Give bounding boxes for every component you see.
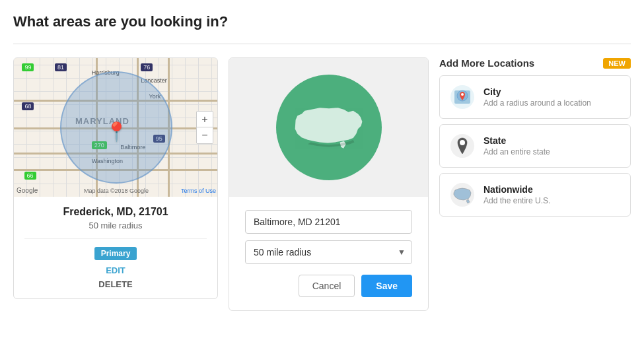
location-name: Frederick, MD, 21701 — [24, 206, 207, 218]
panel-header: Add More Locations NEW — [439, 57, 631, 69]
state-option-desc: Add an entire state — [483, 147, 621, 156]
state-pin-icon — [449, 133, 476, 159]
add-location-card: 50 mile radius 10 mile radius 25 mile ra… — [229, 57, 429, 311]
road — [14, 100, 218, 102]
state-option[interactable]: State Add an entire state — [439, 124, 631, 168]
state-option-text: State Add an entire state — [483, 135, 621, 156]
map-route: 99 — [22, 63, 34, 71]
map-route: 81 — [55, 63, 67, 71]
page-title: What areas are you looking in? — [13, 13, 631, 30]
location-radius: 50 mile radius — [24, 221, 207, 230]
city-map-icon — [449, 84, 476, 110]
map-city-label: Harrisburg — [92, 69, 120, 76]
card-divider — [24, 238, 207, 239]
map-pin: 📍 — [105, 121, 128, 143]
location-input[interactable] — [245, 210, 412, 234]
map-route: 66 — [24, 172, 36, 180]
map-route: 270 — [92, 141, 107, 149]
primary-badge: Primary — [94, 247, 137, 260]
delete-link[interactable]: DELETE — [24, 279, 207, 289]
map-zoom-controls: + − — [196, 111, 213, 144]
map-terms-label: Terms of Use — [181, 188, 216, 194]
road — [96, 58, 98, 197]
nationwide-icon-container — [449, 182, 476, 208]
road — [168, 58, 170, 197]
add-more-panel: Add More Locations NEW City Add a radius… — [439, 57, 631, 222]
road — [14, 169, 218, 171]
city-option-desc: Add a radius around a location — [483, 98, 621, 108]
add-form-section: 50 mile radius 10 mile radius 25 mile ra… — [229, 197, 428, 310]
road — [14, 153, 218, 155]
state-icon-container — [449, 133, 476, 159]
nationwide-map-icon — [449, 182, 476, 208]
main-layout: Harrisburg Lancaster York Baltimore Wash… — [13, 57, 631, 311]
road — [137, 58, 139, 197]
cancel-button[interactable]: Cancel — [299, 275, 355, 297]
zoom-in-button[interactable]: + — [197, 112, 213, 127]
radius-select-wrapper: 50 mile radius 10 mile radius 25 mile ra… — [245, 240, 412, 264]
google-label: Google — [17, 187, 38, 194]
nationwide-option-desc: Add the entire U.S. — [483, 196, 621, 205]
svg-point-3 — [461, 93, 464, 96]
state-option-title: State — [483, 135, 621, 146]
map-route: 68 — [22, 102, 34, 110]
zoom-out-button[interactable]: − — [197, 127, 213, 143]
nationwide-option[interactable]: Nationwide Add the entire U.S. — [439, 173, 631, 217]
radius-select[interactable]: 50 mile radius 10 mile radius 25 mile ra… — [245, 240, 412, 264]
map-city-label: Washington — [92, 158, 123, 164]
new-badge: NEW — [603, 58, 631, 69]
map-route: 76 — [141, 63, 153, 71]
edit-link[interactable]: EDIT — [24, 265, 207, 275]
map-city-label: York — [149, 93, 161, 100]
svg-point-5 — [460, 140, 465, 145]
city-option-text: City Add a radius around a location — [483, 86, 621, 108]
form-actions: Cancel Save — [245, 275, 412, 297]
usa-shape-svg — [293, 104, 365, 151]
existing-location-card: Harrisburg Lancaster York Baltimore Wash… — [13, 57, 218, 299]
city-option[interactable]: City Add a radius around a location — [439, 75, 631, 119]
city-option-title: City — [483, 86, 621, 97]
usa-map-section — [229, 58, 428, 197]
map-city-label: Baltimore — [120, 144, 145, 151]
save-button[interactable]: Save — [361, 275, 412, 297]
city-icon-container — [449, 84, 476, 110]
map-container: Harrisburg Lancaster York Baltimore Wash… — [14, 58, 218, 197]
map-data-label: Map data ©2018 Google — [84, 188, 149, 194]
top-divider — [13, 44, 631, 44]
card-body: Frederick, MD, 21701 50 mile radius Prim… — [14, 197, 217, 298]
panel-title: Add More Locations — [439, 57, 534, 69]
nationwide-option-text: Nationwide Add the entire U.S. — [483, 184, 621, 205]
map-route: 95 — [153, 135, 165, 143]
usa-circle — [276, 75, 382, 180]
nationwide-option-title: Nationwide — [483, 184, 621, 195]
map-city-label: Lancaster — [141, 77, 167, 84]
